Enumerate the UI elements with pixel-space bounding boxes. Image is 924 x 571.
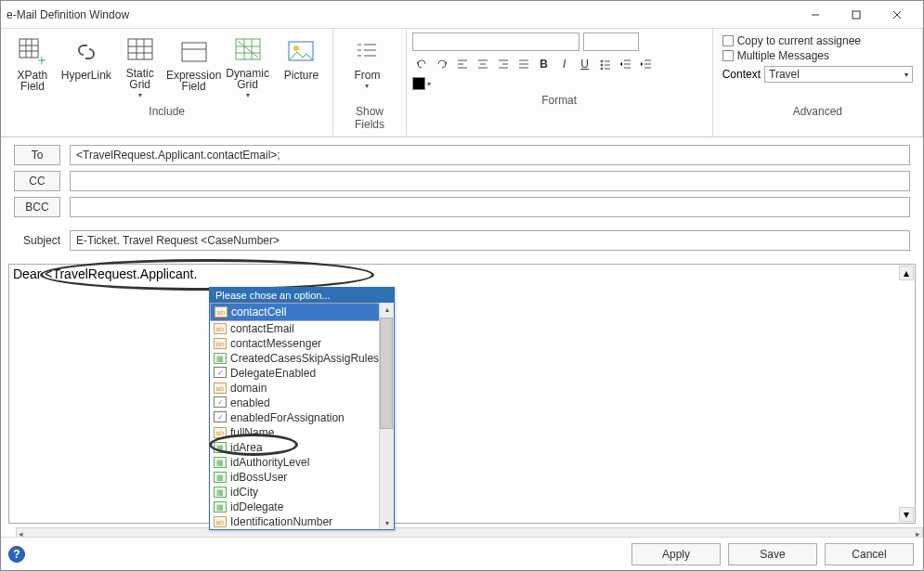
popup-item[interactable]: abcontactEmail (210, 321, 394, 336)
chevron-down-icon: ▾ (365, 81, 369, 92)
text-field-icon: ab (214, 383, 227, 394)
static-grid-button[interactable]: Static Grid ▾ (114, 32, 166, 101)
picture-button[interactable]: Picture (276, 32, 328, 101)
dynamic-grid-icon (232, 36, 264, 66)
align-right-icon[interactable] (494, 55, 513, 73)
scroll-down-icon[interactable]: ▾ (381, 516, 394, 529)
context-select[interactable]: Travel ▾ (764, 66, 913, 83)
font-color-dropdown[interactable]: ▾ (427, 80, 435, 88)
font-family-select[interactable] (412, 32, 579, 51)
minimize-button[interactable] (795, 2, 836, 28)
hyperlink-button[interactable]: HyperLink (60, 32, 112, 101)
italic-icon[interactable]: I (555, 55, 574, 73)
entity-field-icon: ▦ (214, 353, 227, 364)
to-input[interactable]: <TravelRequest.Applicant.contactEmail>; (70, 145, 910, 165)
group-label-include: Include (7, 101, 327, 123)
group-label-advanced: Advanced (722, 101, 913, 123)
entity-field-icon: ▦ (214, 501, 227, 513)
intellisense-popup: Please chose an option... abcontactCella… (209, 287, 395, 530)
chevron-down-icon: ▾ (246, 90, 250, 101)
popup-list[interactable]: abcontactCellabcontactEmailabcontactMess… (210, 303, 394, 529)
popup-item-label: IdentificationNumber (230, 515, 332, 528)
align-justify-icon[interactable] (514, 55, 533, 73)
window-title: e-Mail Definition Window (7, 8, 795, 21)
popup-item[interactable]: abcontactMessenger (210, 336, 394, 351)
scroll-thumb[interactable] (380, 318, 393, 429)
popup-item[interactable]: ✓enabled (210, 396, 394, 410)
popup-item[interactable]: ▦idBossUser (210, 470, 394, 485)
popup-item[interactable]: abdomain (210, 381, 394, 396)
popup-item[interactable]: abIdentificationNumber (210, 514, 394, 529)
scroll-up-button[interactable]: ▴ (899, 266, 914, 280)
copy-assignee-checkbox[interactable]: Copy to current assignee (722, 34, 913, 47)
bullet-list-icon[interactable] (596, 55, 615, 73)
font-color-swatch[interactable] (412, 77, 425, 90)
text-field-icon: ab (214, 338, 227, 349)
popup-item[interactable]: abfullName (210, 425, 394, 440)
bcc-input[interactable] (70, 197, 910, 217)
ribbon-group-advanced: Copy to current assignee Multiple Messag… (713, 29, 923, 136)
grid-icon (124, 36, 156, 66)
entity-field-icon: ▦ (214, 442, 227, 453)
dialog-buttons: Apply Save Cancel (1, 537, 923, 570)
subject-input[interactable]: E-Ticket. Travel Request <CaseNumber> (70, 230, 910, 251)
popup-item[interactable]: ✓DelegateEnabled (210, 366, 394, 381)
popup-scrollbar[interactable]: ▴ ▾ (379, 303, 394, 529)
ribbon-group-include: XPath Field HyperLink Static Grid ▾ Expr… (1, 29, 333, 136)
popup-item[interactable]: ▦idDelegate (210, 500, 394, 514)
dynamic-grid-button[interactable]: Dynamic Grid ▾ (222, 32, 274, 101)
boolean-field-icon: ✓ (214, 367, 227, 378)
text-field-icon: ab (215, 306, 228, 318)
svg-rect-4 (20, 39, 38, 58)
cc-input[interactable] (70, 171, 910, 191)
from-button[interactable]: From ▾ (339, 32, 395, 101)
picture-icon (285, 36, 317, 68)
svg-point-25 (293, 45, 299, 51)
ribbon-group-format: B I U ▾ Format (407, 29, 713, 136)
boolean-field-icon: ✓ (214, 411, 227, 422)
scroll-up-icon[interactable]: ▴ (381, 303, 394, 316)
maximize-button[interactable] (836, 2, 877, 28)
popup-item[interactable]: ▦idAuthorityLevel (210, 455, 394, 470)
bcc-button[interactable]: BCC (14, 197, 60, 217)
to-button[interactable]: To (14, 145, 60, 165)
redo-icon[interactable] (433, 55, 451, 73)
popup-item-label: idAuthorityLevel (230, 456, 309, 469)
popup-item[interactable]: ✓enabledForAssignation (210, 410, 394, 425)
checkbox-icon (722, 50, 734, 61)
save-button[interactable]: Save (728, 543, 817, 565)
bold-icon[interactable]: B (535, 55, 553, 73)
text-field-icon: ab (214, 323, 227, 334)
help-icon[interactable]: ? (8, 546, 25, 563)
cancel-button[interactable]: Cancel (825, 543, 914, 565)
subject-label: Subject (14, 234, 60, 247)
undo-icon[interactable] (412, 55, 431, 73)
xpath-field-button[interactable]: XPath Field (7, 32, 59, 101)
popup-item[interactable]: ▦CreatedCasesSkipAssigRules (210, 351, 394, 366)
underline-icon[interactable]: U (576, 55, 594, 73)
email-fields: To <TravelRequest.Applicant.contactEmail… (1, 137, 923, 260)
font-size-select[interactable] (583, 32, 639, 51)
popup-item-label: contactCell (231, 305, 286, 318)
close-button[interactable] (877, 2, 917, 28)
multiple-messages-checkbox[interactable]: Multiple Messages (722, 49, 913, 62)
popup-item[interactable]: ▦idArea (210, 440, 394, 455)
popup-item-label: idCity (230, 486, 258, 499)
align-left-icon[interactable] (453, 55, 472, 73)
indent-icon[interactable] (637, 55, 656, 73)
popup-item-label: contactEmail (230, 322, 294, 335)
checkbox-icon (722, 35, 734, 46)
boolean-field-icon: ✓ (214, 396, 227, 408)
cc-button[interactable]: CC (14, 171, 60, 191)
popup-item-label: idDelegate (230, 500, 283, 513)
apply-button[interactable]: Apply (631, 543, 721, 565)
popup-item[interactable]: abcontactCell (210, 303, 394, 321)
scroll-down-button[interactable]: ▾ (899, 507, 914, 522)
text-field-icon: ab (214, 427, 227, 438)
outdent-icon[interactable] (617, 55, 635, 73)
align-center-icon[interactable] (474, 55, 492, 73)
popup-item-label: idArea (230, 441, 263, 454)
body-editor[interactable]: Dear <TravelRequest.Applicant. ▴ ▾ (8, 264, 916, 524)
expression-field-button[interactable]: Expression Field (168, 32, 220, 101)
popup-item[interactable]: ▦idCity (210, 485, 394, 500)
